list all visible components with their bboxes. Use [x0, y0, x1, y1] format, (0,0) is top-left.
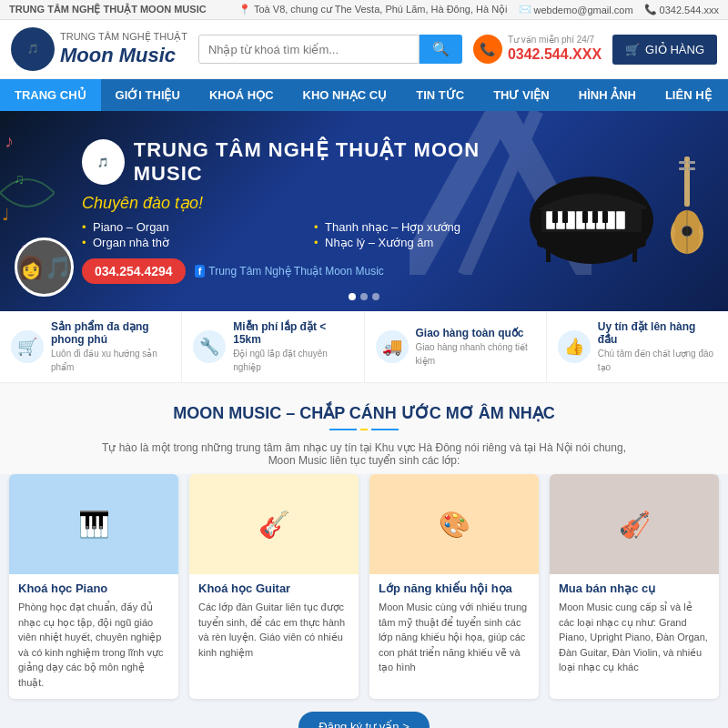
card-body-2: Lớp năng khiếu hội họa Moon Music cùng v… — [369, 574, 539, 684]
feature-text-2: Giao hàng toàn quốc Giao hàng nhanh chón… — [416, 327, 535, 367]
svg-text:♪: ♪ — [5, 131, 14, 151]
hero-title: TRUNG TÂM NGHỆ THUẬT MOON MUSIC — [134, 138, 528, 186]
svg-rect-24 — [632, 246, 637, 262]
logo-text: TRUNG TÂM NGHỆ THUẬT Moon Music — [60, 30, 187, 69]
nav-item-2[interactable]: KHOÁ HỌC — [195, 79, 288, 111]
svg-rect-28 — [688, 161, 695, 164]
phone-text: Tư vấn miễn phí 24/7 0342.544.XXX — [508, 34, 602, 65]
dot-1[interactable] — [360, 293, 368, 300]
hero-contact: 034.254.4294 f Trung Tâm Nghệ Thuật Moon… — [82, 258, 528, 284]
svg-rect-21 — [592, 211, 598, 223]
nav-item-0[interactable]: TRANG CHỦ — [0, 79, 101, 111]
svg-rect-29 — [679, 167, 686, 170]
cart-button[interactable]: 🛒 GIỎ HÀNG — [612, 35, 717, 65]
nav-item-5[interactable]: THƯ VIỆN — [479, 79, 564, 111]
email: ✉️ webdemo@gmail.com — [519, 4, 633, 15]
brand-name: TRUNG TÂM NGHỆ THUẬT MOON MUSIC — [9, 4, 207, 15]
dot-0[interactable] — [349, 293, 356, 300]
piano-image — [528, 175, 655, 266]
svg-text:♩: ♩ — [2, 206, 9, 224]
svg-rect-19 — [562, 211, 568, 223]
course-3: Nhạc lý – Xướng âm — [314, 236, 528, 249]
card-1: 🎸 Khoá học Guitar Các lớp đàn Guitar liê… — [189, 474, 359, 699]
card-2: 🎨 Lớp năng khiếu hội họa Moon Music cùng… — [369, 474, 539, 699]
svg-rect-23 — [546, 246, 551, 262]
feature-text-0: Sản phẩm đa dạng phong phú Luôn đi đầu x… — [51, 320, 170, 373]
address: 📍 Toà V8, chung cư The Vesta, Phú Lãm, H… — [238, 4, 508, 15]
svg-rect-27 — [679, 161, 686, 164]
top-bar: TRUNG TÂM NGHỆ THUẬT MOON MUSIC 📍 Toà V8… — [0, 0, 728, 20]
card-body-3: Mua bán nhạc cụ Moon Music cung cấp sỉ v… — [550, 574, 719, 684]
cta-area: Đăng ký tư vấn > — [9, 699, 719, 728]
feature-icon-2: 🚚 — [376, 330, 409, 363]
hero-instruments — [528, 157, 710, 266]
nav-item-3[interactable]: KHO NHẠC CỤ — [288, 79, 402, 111]
card-0: 🎹 Khoá học Piano Phòng học đạt chuẩn, đầ… — [9, 474, 178, 699]
card-img-1: 🎸 — [189, 474, 359, 574]
main-nav: TRANG CHỦ GIỚI THIỆU KHOÁ HỌC KHO NHẠC C… — [0, 79, 728, 111]
svg-rect-22 — [602, 211, 608, 223]
card-img-3: 🎻 — [550, 474, 719, 574]
header-phone: 📞 Tư vấn miễn phí 24/7 0342.544.XXX — [473, 34, 602, 65]
features-bar: 🛒 Sản phẩm đa dạng phong phú Luôn đi đầu… — [0, 311, 728, 383]
logo: 🎵 TRUNG TÂM NGHỆ THUẬT Moon Music — [11, 27, 187, 71]
cards-section: 🎹 Khoá học Piano Phòng học đạt chuẩn, đầ… — [0, 474, 728, 728]
section-title-about: MOON MUSIC – CHẮP CÁNH ƯỚC MƠ ÂM NHẠC Tự… — [0, 383, 728, 474]
feature-0: 🛒 Sản phẩm đa dạng phong phú Luôn đi đầu… — [0, 311, 182, 382]
nav-item-7[interactable]: LIÊN HỆ — [651, 79, 726, 111]
top-bar-right: 📍 Toà V8, chung cư The Vesta, Phú Lãm, H… — [238, 4, 719, 15]
svg-rect-26 — [684, 157, 690, 207]
card-img-0: 🎹 — [9, 474, 178, 574]
cards-grid: 🎹 Khoá học Piano Phòng học đạt chuẩn, đầ… — [9, 474, 719, 699]
course-1: Thanh nhạc – Hợp xướng — [314, 220, 528, 234]
hero-logo: 🎵 — [82, 139, 125, 185]
search-input[interactable] — [198, 35, 420, 64]
student-photo: 👩‍🎵 — [15, 238, 74, 297]
feature-text-1: Miễn phí lắp đặt < 15km Đội ngũ lắp đặt … — [233, 320, 352, 373]
section-divider — [9, 429, 719, 430]
header: 🎵 TRUNG TÂM NGHỆ THUẬT Moon Music 🔍 📞 Tư… — [0, 20, 728, 79]
svg-rect-17 — [616, 211, 625, 229]
feature-icon-3: 👍 — [558, 330, 591, 363]
feature-text-3: Uy tín đặt lên hàng đầu Chú tâm đến chất… — [598, 320, 717, 373]
feature-icon-0: 🛒 — [11, 330, 44, 363]
logo-circle: 🎵 — [11, 27, 55, 71]
feature-1: 🔧 Miễn phí lắp đặt < 15km Đội ngũ lắp đặ… — [182, 311, 364, 382]
hero-logo-area: 🎵 TRUNG TÂM NGHỆ THUẬT MOON MUSIC — [82, 138, 528, 186]
hero-content: 🎵 TRUNG TÂM NGHỆ THUẬT MOON MUSIC Chuyên… — [18, 138, 528, 284]
nav-item-6[interactable]: HÌNH ẢNH — [564, 79, 651, 111]
nav-item-1[interactable]: GIỚI THIỆU — [101, 79, 195, 111]
hero-phone: 034.254.4294 — [82, 258, 186, 284]
student-avatar: 👩‍🎵 — [15, 238, 74, 297]
svg-rect-25 — [582, 246, 587, 262]
top-phone: 📞 0342.544.xxx — [644, 4, 719, 15]
feature-3: 👍 Uy tín đặt lên hàng đầu Chú tâm đến ch… — [547, 311, 728, 382]
feature-2: 🚚 Giao hàng toàn quốc Giao hàng nhanh ch… — [365, 311, 547, 382]
svg-rect-20 — [582, 211, 588, 223]
cta-button[interactable]: Đăng ký tư vấn > — [298, 712, 429, 728]
svg-rect-30 — [688, 167, 695, 170]
hero-dots — [343, 288, 385, 306]
svg-rect-18 — [552, 211, 558, 223]
guitar-image — [664, 157, 710, 266]
hero-facebook: f Trung Tâm Nghệ Thuật Moon Music — [195, 265, 384, 278]
hero-courses: Piano – Organ Thanh nhạc – Hợp xướng Org… — [82, 220, 528, 249]
course-2: Organ nhà thờ — [82, 236, 296, 249]
nav-item-4[interactable]: TIN TỨC — [401, 79, 479, 111]
search-bar: 🔍 — [198, 35, 462, 64]
dot-2[interactable] — [372, 293, 379, 300]
card-body-1: Khoá học Guitar Các lớp đàn Guitar liên … — [189, 574, 359, 669]
about-section: MOON MUSIC – CHẮP CÁNH ƯỚC MƠ ÂM NHẠC Tự… — [0, 383, 728, 474]
card-3: 🎻 Mua bán nhạc cụ Moon Music cung cấp sỉ… — [550, 474, 719, 699]
phone-icon: 📞 — [473, 35, 502, 64]
course-0: Piano – Organ — [82, 220, 296, 234]
card-img-2: 🎨 — [369, 474, 539, 574]
search-button[interactable]: 🔍 — [420, 35, 462, 64]
card-body-0: Khoá học Piano Phòng học đạt chuẩn, đầy … — [9, 574, 178, 699]
hero-subtitle: Chuyên đào tạo! — [82, 193, 528, 213]
hero-banner: ♪ ♫ ♩ ♬ 👩‍🎵 🎵 TRUNG TÂM NGHỆ THUẬT MOON … — [0, 111, 728, 311]
feature-icon-1: 🔧 — [193, 330, 226, 363]
